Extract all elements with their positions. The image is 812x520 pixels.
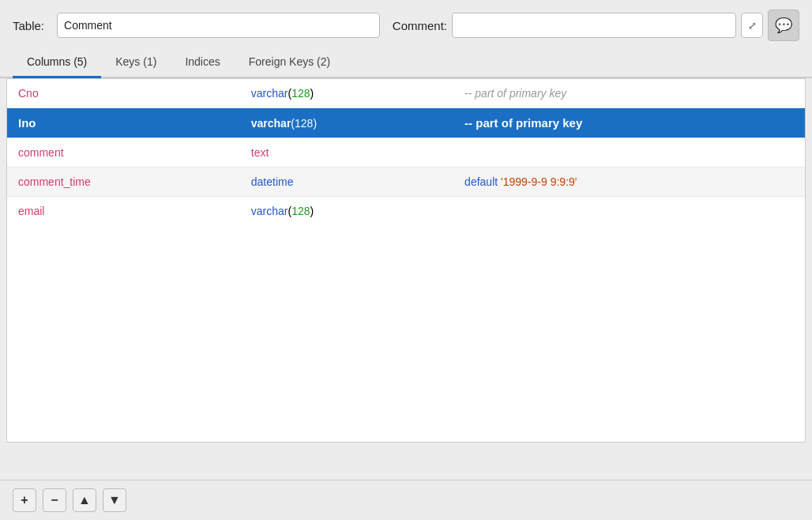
column-name-cell: Cno: [7, 79, 245, 108]
type-keyword: varchar: [251, 205, 288, 217]
column-extra-cell: -- part of primary key: [453, 108, 805, 138]
type-number: 128: [291, 205, 310, 217]
default-keyword: default: [464, 175, 501, 188]
column-extra-cell: default '1999-9-9 9:9:9': [453, 168, 805, 197]
table-row[interactable]: commenttext: [7, 138, 805, 168]
type-number: 128: [291, 87, 310, 100]
tab-foreign-keys[interactable]: Foreign Keys (2): [235, 49, 344, 78]
expand-icon: ⤢: [748, 20, 757, 32]
table-row[interactable]: Cnovarchar(128)-- part of primary key: [7, 79, 805, 108]
columns-table: Cnovarchar(128)-- part of primary keyIno…: [7, 79, 805, 225]
comment-bubble-icon: 💬: [775, 17, 792, 34]
column-name-cell: Ino: [7, 108, 245, 138]
column-name: comment: [18, 146, 64, 159]
column-type-cell: text: [245, 138, 453, 168]
column-type-cell: datetime: [245, 168, 453, 197]
comment-bubble-button[interactable]: 💬: [768, 9, 799, 41]
column-extra-cell: [453, 138, 805, 168]
table-row[interactable]: comment_timedatetimedefault '1999-9-9 9:…: [7, 168, 805, 197]
column-name-cell: email: [7, 197, 245, 226]
tab-indices[interactable]: Indices: [171, 49, 234, 78]
expand-button[interactable]: ⤢: [741, 13, 763, 38]
type-keyword: varchar: [251, 87, 288, 100]
type-number: 128: [295, 117, 313, 130]
table-label: Table:: [13, 19, 44, 32]
column-name-cell: comment: [7, 138, 245, 168]
table-name-input[interactable]: [57, 13, 380, 38]
comment-input[interactable]: [452, 13, 736, 38]
type-keyword: text: [251, 146, 269, 159]
primary-key-comment: -- part of primary key: [464, 116, 582, 130]
move-up-button[interactable]: ▲: [73, 488, 96, 512]
tabs-bar: Columns (5) Keys (1) Indices Foreign Key…: [0, 49, 812, 78]
comment-field-group: Comment: ⤢ 💬: [393, 9, 799, 41]
column-extra-cell: -- part of primary key: [453, 79, 805, 108]
column-type-cell: varchar(128): [245, 197, 453, 226]
column-name: Ino: [18, 116, 36, 130]
bottom-toolbar: + − ▲ ▼: [0, 480, 812, 520]
tab-keys[interactable]: Keys (1): [101, 49, 171, 78]
top-bar: Table: Comment: ⤢ 💬: [0, 0, 812, 49]
column-type-cell: varchar(128): [245, 108, 453, 138]
tab-columns[interactable]: Columns (5): [13, 49, 101, 78]
column-name-cell: comment_time: [7, 168, 245, 197]
table-row[interactable]: emailvarchar(128): [7, 197, 805, 226]
columns-table-container: Cnovarchar(128)-- part of primary keyIno…: [6, 78, 806, 443]
table-field-group: Table:: [13, 19, 44, 32]
move-down-button[interactable]: ▼: [103, 488, 126, 512]
column-name: email: [18, 205, 44, 217]
column-name: comment_time: [18, 175, 91, 188]
column-extra-cell: [453, 197, 805, 226]
column-type-cell: varchar(128): [245, 79, 453, 108]
add-button[interactable]: +: [13, 488, 36, 512]
column-name: Cno: [18, 87, 39, 100]
type-keyword: datetime: [251, 175, 294, 188]
comment-label: Comment:: [393, 19, 447, 32]
table-row[interactable]: Inovarchar(128)-- part of primary key: [7, 108, 805, 138]
type-keyword: varchar: [251, 117, 291, 130]
remove-button[interactable]: −: [43, 488, 66, 512]
primary-key-comment: -- part of primary key: [464, 87, 566, 100]
default-value: '1999-9-9 9:9:9': [501, 175, 577, 188]
